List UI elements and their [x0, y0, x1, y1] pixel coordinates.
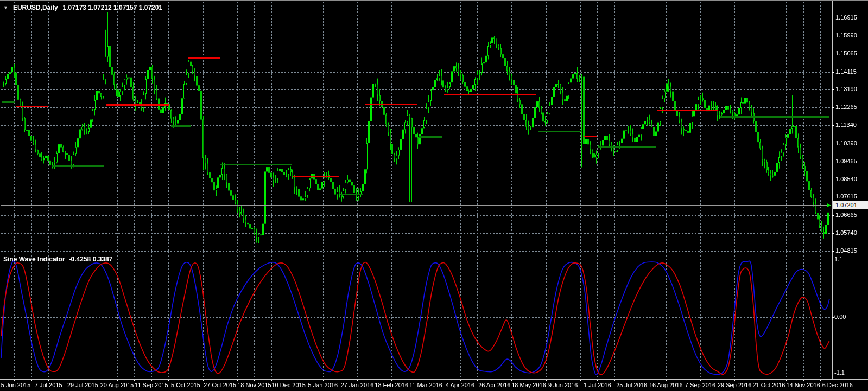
- time-axis-label: 26 Apr 2016: [478, 382, 510, 388]
- price-axis-label: 1.13190: [835, 86, 857, 92]
- indicator-name-label: Sine Wave Indicator: [3, 255, 65, 263]
- price-axis-label: 1.08540: [835, 176, 857, 182]
- indicator-title: Sine Wave Indicator -0.4258 0.3387: [3, 255, 112, 263]
- indicator-axis-label: 1.1: [834, 256, 842, 262]
- price-axis-label: 1.10390: [835, 140, 857, 146]
- time-axis-label: 18 Feb 2016: [375, 382, 408, 388]
- indicator-values: -0.4258 0.3387: [69, 255, 113, 263]
- price-axis-label: 1.07615: [835, 193, 857, 200]
- chart-title: ▼ EURUSD,Daily 1.07173 1.07212 1.07157 1…: [3, 4, 162, 11]
- price-axis-label: 1.09465: [835, 158, 857, 164]
- time-axis-label: 7 Sep 2016: [685, 382, 715, 388]
- time-axis-label: 25 Jul 2016: [616, 382, 647, 388]
- price-axis-label: 1.12265: [835, 104, 857, 110]
- time-axis-label: 27 Jan 2016: [341, 382, 374, 388]
- time-axis-label: 14 Nov 2016: [786, 382, 820, 388]
- chart-canvas[interactable]: [0, 0, 868, 391]
- indicator-axis-label: -1.1: [834, 369, 845, 376]
- price-axis-label: 1.11340: [835, 121, 857, 128]
- time-axis-label: 7 Jul 2015: [35, 382, 62, 388]
- time-axis-label: 4 Apr 2016: [446, 382, 474, 388]
- time-axis-label: 6 Dec 2016: [822, 382, 853, 388]
- symbol-dropdown-icon[interactable]: ▼: [3, 4, 8, 11]
- current-price-badge: 1.07201: [833, 201, 868, 209]
- symbol-timeframe-label: EURUSD,Daily: [13, 4, 58, 11]
- ohlc-values: 1.07173 1.07212 1.07157 1.07201: [63, 4, 163, 11]
- price-axis-label: 1.16915: [835, 14, 857, 21]
- time-axis-label: 11 Sep 2015: [135, 382, 168, 388]
- price-axis-label: 1.05740: [835, 229, 857, 236]
- time-axis-label: 16 Aug 2016: [649, 382, 683, 388]
- time-axis-label: 5 Jan 2016: [308, 382, 338, 388]
- time-axis-label: 27 Oct 2015: [204, 382, 236, 388]
- price-axis-label: 1.04815: [835, 247, 857, 254]
- time-axis-label: 1 Jul 2016: [584, 382, 611, 388]
- time-axis-label: 9 Jun 2016: [548, 382, 578, 388]
- time-axis-label: 21 Oct 2016: [752, 382, 785, 388]
- time-axis-label: 5 Oct 2015: [171, 382, 200, 388]
- indicator-axis-label: 0.00: [834, 313, 846, 320]
- price-axis-label: 1.15065: [835, 50, 857, 56]
- price-axis-label: 1.14115: [835, 68, 857, 75]
- time-axis-label: 18 Nov 2015: [237, 382, 271, 388]
- time-axis-label: 18 May 2016: [511, 382, 546, 388]
- time-axis-label: 29 Sep 2016: [718, 382, 751, 388]
- price-axis-label: 1.06665: [835, 211, 857, 218]
- time-axis-label: 20 Aug 2015: [100, 382, 134, 388]
- time-axis-label: 11 Mar 2016: [409, 382, 442, 388]
- time-axis-label: 15 Jun 2015: [0, 382, 30, 388]
- price-axis-label: 1.15990: [835, 32, 857, 39]
- time-axis-label: 10 Dec 2015: [271, 382, 305, 388]
- mt4-chart-window: ▼ EURUSD,Daily 1.07173 1.07212 1.07157 1…: [0, 0, 868, 391]
- time-axis-label: 29 Jul 2015: [67, 382, 98, 388]
